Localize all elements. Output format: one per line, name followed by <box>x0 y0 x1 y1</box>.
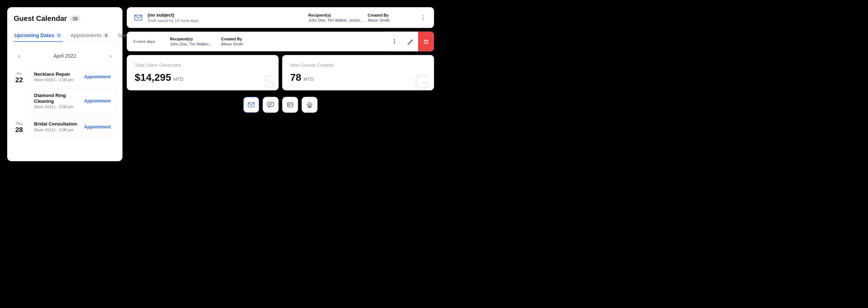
svg-rect-16 <box>309 106 310 107</box>
email-sub-col-2: 4 more days <box>133 39 166 44</box>
email-nav-icon <box>248 101 255 109</box>
svg-point-3 <box>394 43 395 44</box>
svg-point-2 <box>394 41 395 42</box>
tabs-bar: Upcoming Dates 3 Appointments 3 Special … <box>14 30 116 42</box>
event-card-diamond[interactable]: Diamond Ring Cleaning Store #1011 - 3:00… <box>29 89 116 114</box>
email-recipients-col-1: Recipient(s) John Doe, Tim Walker, Jessi… <box>308 13 363 22</box>
trash-icon <box>423 38 429 45</box>
swipe-dots-button[interactable] <box>386 32 402 52</box>
date-label-28: Thu 28 <box>14 117 24 137</box>
date-label-22: Fri 22 <box>14 67 24 114</box>
card-nav-icon <box>287 101 294 109</box>
edit-icon <box>407 38 413 45</box>
nav-card-button[interactable] <box>282 97 298 113</box>
svg-point-1 <box>394 39 395 40</box>
panel-badge: 10 <box>70 15 80 22</box>
home-nav-icon <box>306 101 313 109</box>
next-month-button[interactable]: › <box>107 52 115 60</box>
panel-title: Guest Calendar <box>14 14 67 23</box>
month-label: April 2022 <box>53 53 76 59</box>
email-row-2: 4 more days Recipient(s) John Doe, Tim W… <box>127 32 434 52</box>
email-recipients-col-2: Recipient(s) John Doe, Tim Walker... <box>170 37 217 47</box>
stat-card-guests: New Guests Created 78 MTD G <box>282 55 434 91</box>
left-panel: Guest Calendar 10 Upcoming Dates 3 Appoi… <box>7 7 122 161</box>
swipe-edit-button[interactable] <box>402 32 418 52</box>
prev-month-button[interactable]: ‹ <box>15 52 23 60</box>
stat-bg-g: G <box>413 71 430 91</box>
swipe-actions <box>386 32 434 52</box>
event-cards-22: Necklace Repair Store #1011 - 1:00 pm Ap… <box>29 67 116 114</box>
bottom-nav <box>127 94 434 116</box>
stats-row: Total Sales Generated $14,295 MTD $ New … <box>127 55 434 91</box>
event-card-bridal[interactable]: Bridal Consultation Store #1011 - 3:00 p… <box>29 117 116 137</box>
svg-rect-14 <box>288 105 290 106</box>
panel-header: Guest Calendar 10 <box>14 14 116 23</box>
email-subject-1: (no subject) Draft saved for 14 more day… <box>148 12 304 23</box>
svg-rect-4 <box>424 40 428 44</box>
nav-chat-button[interactable] <box>263 97 279 113</box>
dots-icon <box>392 39 397 44</box>
stat-card-sales: Total Sales Generated $14,295 MTD $ <box>127 55 279 91</box>
chat-nav-icon <box>267 101 274 109</box>
event-cards-28: Bridal Consultation Store #1011 - 3:00 p… <box>29 117 116 137</box>
swipe-delete-button[interactable] <box>418 32 434 52</box>
tab-upcoming[interactable]: Upcoming Dates 3 <box>14 30 63 42</box>
right-panel: (no subject) Draft saved for 14 more day… <box>127 7 434 161</box>
email-icon-wrap-1 <box>133 13 143 23</box>
email-created-col-2: Created By Alison Smith <box>221 37 268 47</box>
stat-bg-dollar: $ <box>263 71 275 91</box>
screen: Guest Calendar 10 Upcoming Dates 3 Appoi… <box>7 7 434 161</box>
date-group-22: Fri 22 Necklace Repair Store #1011 - 1:0… <box>14 67 116 114</box>
nav-email-button[interactable] <box>243 97 259 113</box>
events-list: Fri 22 Necklace Repair Store #1011 - 1:0… <box>14 67 116 140</box>
event-card-necklace[interactable]: Necklace Repair Store #1011 - 1:00 pm Ap… <box>29 67 116 87</box>
date-group-28: Thu 28 Bridal Consultation Store #1011 -… <box>14 117 116 137</box>
email-icon-1 <box>134 13 143 22</box>
svg-rect-12 <box>287 103 293 107</box>
more-options-button-1[interactable]: ⋮ <box>419 14 428 21</box>
nav-home-button[interactable] <box>302 97 318 113</box>
tab-appointments[interactable]: Appointments 3 <box>70 30 110 42</box>
email-row-1: (no subject) Draft saved for 14 more day… <box>127 7 434 28</box>
calendar-nav: ‹ April 2022 › <box>14 48 116 63</box>
email-created-col-1: Created By Alison Smith <box>368 13 415 22</box>
svg-rect-9 <box>268 102 274 106</box>
